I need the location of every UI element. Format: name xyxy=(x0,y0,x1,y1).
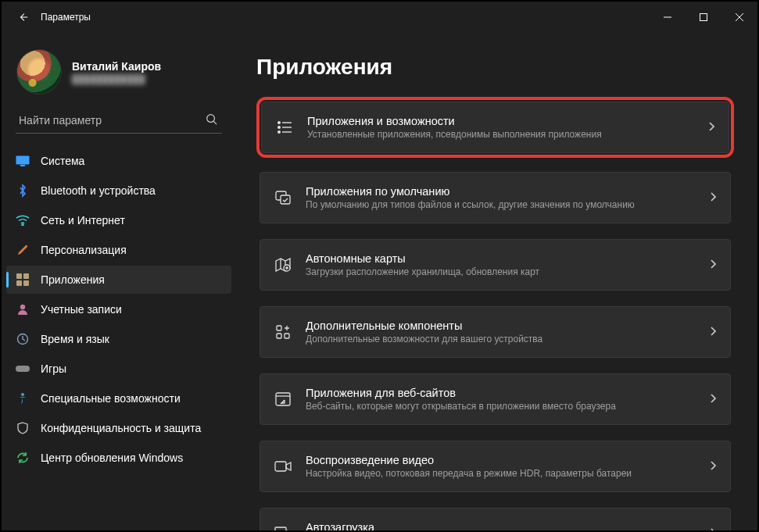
main: Приложения Приложения и возможности Уста… xyxy=(236,33,757,530)
profile-block[interactable]: Виталий Каиров ████████████ xyxy=(2,41,236,108)
back-button[interactable] xyxy=(13,6,34,28)
avatar xyxy=(17,50,61,94)
nav-item-privacy[interactable]: Конфиденциальность и защита xyxy=(6,414,231,442)
svg-point-9 xyxy=(20,305,25,309)
nav-item-accessibility[interactable]: Специальные возможности xyxy=(6,384,231,412)
nav: Система Bluetooth и устройства Сеть и Ин… xyxy=(2,146,236,473)
shield-icon xyxy=(16,421,30,435)
nav-label: Время и язык xyxy=(41,333,109,345)
nav-label: Приложения xyxy=(41,273,105,286)
card-text: Приложения по умолчанию По умолчанию для… xyxy=(306,185,696,210)
card-offline-maps[interactable]: Автономные карты Загрузки расположение х… xyxy=(260,239,731,291)
nav-label: Сеть и Интернет xyxy=(41,214,125,227)
svg-rect-7 xyxy=(16,280,22,286)
nav-item-accounts[interactable]: Учетные записи xyxy=(6,295,231,323)
nav-label: Система xyxy=(41,155,84,167)
search-icon xyxy=(206,113,217,127)
nav-item-update[interactable]: Центр обновления Windows xyxy=(6,444,231,472)
svg-point-4 xyxy=(22,224,23,226)
card-title: Автозагрузка xyxy=(306,521,696,530)
card-title: Приложения для веб-сайтов xyxy=(306,387,696,399)
close-button[interactable] xyxy=(721,2,757,33)
card-default-apps-wrap: Приложения по умолчанию По умолчанию для… xyxy=(256,169,734,227)
nav-label: Конфиденциальность и защита xyxy=(41,422,201,434)
chevron-right-icon xyxy=(710,259,716,271)
card-offline-maps-wrap: Автономные карты Загрузки расположение х… xyxy=(256,236,734,294)
svg-rect-20 xyxy=(277,334,281,338)
card-apps-features[interactable]: Приложения и возможности Установленные п… xyxy=(261,102,729,153)
nav-label: Центр обновления Windows xyxy=(41,452,183,464)
svg-point-13 xyxy=(278,122,281,124)
chevron-right-icon xyxy=(710,192,716,204)
card-text: Приложения и возможности Установленные п… xyxy=(307,115,694,140)
svg-rect-2 xyxy=(16,156,30,165)
card-title: Дополнительные компоненты xyxy=(306,320,696,332)
video-icon xyxy=(274,458,292,475)
nav-label: Игры xyxy=(41,362,66,375)
nav-label: Персонализация xyxy=(41,244,127,256)
cards-list: Приложения и возможности Установленные п… xyxy=(256,97,734,530)
close-icon xyxy=(736,13,743,21)
svg-rect-8 xyxy=(23,280,29,286)
display-icon xyxy=(16,154,30,168)
card-text: Воспроизведение видео Настройка видео, п… xyxy=(306,454,696,479)
list-icon xyxy=(276,119,293,136)
card-apps-features-wrap: Приложения и возможности Установленные п… xyxy=(256,97,734,158)
nav-item-apps[interactable]: Приложения xyxy=(6,266,231,294)
card-subtitle: Установленные приложения, псевдонимы вып… xyxy=(307,129,694,140)
nav-item-system[interactable]: Система xyxy=(6,147,231,175)
profile-text: Виталий Каиров ████████████ xyxy=(72,60,161,84)
card-subtitle: Дополнительные возможности для вашего ус… xyxy=(306,334,696,345)
card-default-apps[interactable]: Приложения по умолчанию По умолчанию для… xyxy=(260,172,731,223)
minimize-icon xyxy=(664,13,671,21)
default-apps-icon xyxy=(274,189,292,206)
card-web-apps[interactable]: Приложения для веб-сайтов Веб-сайты, кот… xyxy=(260,373,731,425)
card-title: Воспроизведение видео xyxy=(306,454,696,466)
globe-clock-icon xyxy=(16,332,30,346)
sidebar: Виталий Каиров ████████████ Система Blue… xyxy=(2,33,236,530)
svg-rect-3 xyxy=(20,165,25,166)
grid-plus-icon xyxy=(274,323,292,341)
brush-icon xyxy=(16,243,30,257)
svg-point-14 xyxy=(278,127,281,129)
search-box xyxy=(16,108,222,134)
nav-item-bluetooth[interactable]: Bluetooth и устройства xyxy=(6,177,231,205)
map-icon xyxy=(274,256,292,273)
svg-rect-6 xyxy=(23,273,29,279)
svg-rect-24 xyxy=(275,527,286,530)
titlebar: Параметры xyxy=(2,2,757,33)
maximize-button[interactable] xyxy=(686,2,721,33)
nav-item-personalization[interactable]: Персонализация xyxy=(6,236,231,264)
search-input[interactable] xyxy=(16,108,222,133)
svg-rect-17 xyxy=(281,195,290,204)
card-subtitle: Настройка видео, потоковая передача в ре… xyxy=(306,468,696,479)
profile-name: Виталий Каиров xyxy=(72,60,161,73)
window-open-icon xyxy=(274,391,292,408)
svg-rect-0 xyxy=(700,14,707,21)
card-video-playback-wrap: Воспроизведение видео Настройка видео, п… xyxy=(256,437,734,495)
card-optional-features[interactable]: Дополнительные компоненты Дополнительные… xyxy=(260,306,731,358)
svg-rect-11 xyxy=(16,366,30,372)
svg-point-1 xyxy=(207,115,215,123)
minimize-button[interactable] xyxy=(650,2,686,33)
nav-label: Учетные записи xyxy=(41,303,122,316)
page-title: Приложения xyxy=(256,55,734,80)
card-text: Приложения для веб-сайтов Веб-сайты, кот… xyxy=(306,387,696,412)
card-startup[interactable]: Автозагрузка Приложения, которые запуска… xyxy=(260,508,731,530)
apps-icon xyxy=(16,273,30,287)
card-subtitle: Загрузки расположение хранилища, обновле… xyxy=(306,266,696,277)
nav-item-network[interactable]: Сеть и Интернет xyxy=(6,206,231,234)
content: Виталий Каиров ████████████ Система Blue… xyxy=(2,33,757,530)
nav-item-time[interactable]: Время и язык xyxy=(6,325,231,353)
card-text: Дополнительные компоненты Дополнительные… xyxy=(306,320,696,345)
person-icon xyxy=(16,302,30,316)
card-title: Приложения и возможности xyxy=(307,115,694,127)
startup-icon xyxy=(274,525,292,530)
update-icon xyxy=(16,451,30,465)
chevron-right-icon xyxy=(710,528,716,531)
svg-rect-21 xyxy=(285,334,289,338)
card-video-playback[interactable]: Воспроизведение видео Настройка видео, п… xyxy=(260,441,731,492)
nav-item-gaming[interactable]: Игры xyxy=(6,355,231,383)
gamepad-icon xyxy=(16,362,30,376)
accessibility-icon xyxy=(16,391,30,405)
